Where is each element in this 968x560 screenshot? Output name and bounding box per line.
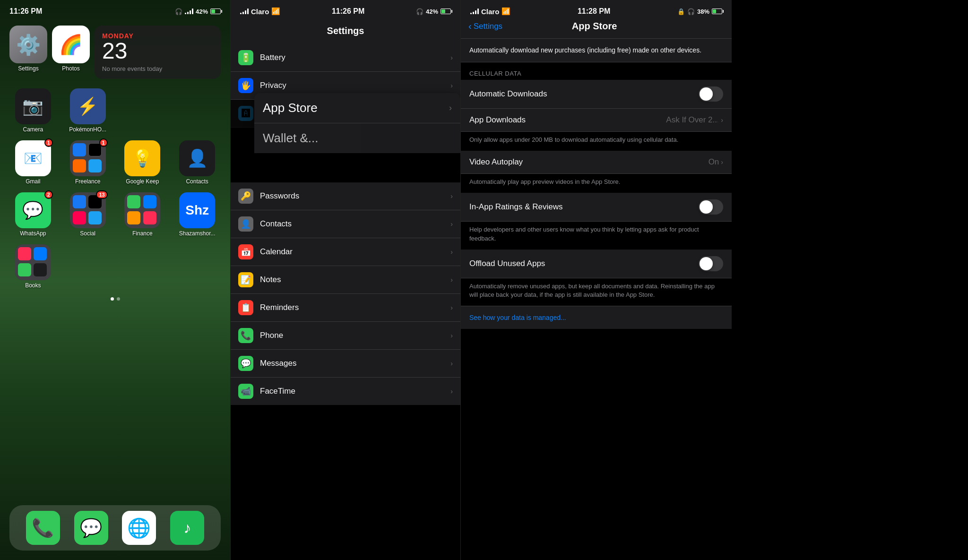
- facetime-label: FaceTime: [260, 387, 450, 396]
- passwords-row[interactable]: 🔑 Passwords ›: [231, 182, 460, 210]
- camera-app[interactable]: 📷 Camera: [9, 88, 57, 133]
- offload-unused-row[interactable]: Offload Unused Apps: [461, 250, 732, 278]
- home-screen: 11:26 PM 🎧 42% ⚙️ Settings: [0, 0, 230, 560]
- gmail-label: Gmail: [26, 178, 40, 185]
- contacts-settings-row[interactable]: 👤 Contacts ›: [231, 210, 460, 238]
- app-grid: 📷 Camera ⚡ PokémonHO... 📧 1 Gmail: [0, 84, 230, 293]
- contacts-settings-icon: 👤: [238, 216, 253, 232]
- gkeep-label: Google Keep: [126, 178, 159, 185]
- social-badge: 13: [96, 190, 107, 199]
- gkeep-icon: 💡: [124, 140, 160, 176]
- messages-settings-icon: 💬: [238, 356, 253, 371]
- battery-percent-2: 42%: [426, 8, 438, 15]
- facetime-row[interactable]: 📹 FaceTime ›: [231, 378, 460, 405]
- settings-icon: ⚙️: [9, 26, 47, 63]
- battery-icon-2: [441, 9, 451, 14]
- phone-dock-icon[interactable]: 📞: [26, 511, 60, 545]
- gkeep-app[interactable]: 💡 Google Keep: [119, 140, 166, 185]
- status-right: 🎧 42%: [175, 8, 221, 15]
- passwords-icon: 🔑: [238, 189, 253, 204]
- photos-icon: 🌈: [52, 26, 90, 63]
- see-how-section: See how your data is managed...: [461, 306, 732, 329]
- contacts-app[interactable]: 👤 Contacts: [173, 140, 221, 185]
- signal-bars: [240, 9, 249, 14]
- reminders-row[interactable]: 📋 Reminders ›: [231, 294, 460, 322]
- contacts-settings-label: Contacts: [260, 219, 450, 229]
- freelance-badge: 1: [99, 138, 108, 147]
- page-dots: [0, 293, 230, 304]
- settings-list: 🔋 Battery › 🖐 Privacy › 🅰 App Store › Ap…: [231, 44, 460, 405]
- calendar-settings-row[interactable]: 📅 Calendar ›: [231, 238, 460, 266]
- freelance-icon: 1: [70, 140, 106, 176]
- appstore-icon-bg: 🅰: [238, 106, 253, 121]
- messages-settings-label: Messages: [260, 359, 450, 368]
- battery-icon: [210, 9, 221, 14]
- s3-top-desc: Automatically download new purchases (in…: [461, 39, 732, 62]
- phone-settings-row[interactable]: 📞 Phone ›: [231, 322, 460, 350]
- books-app[interactable]: Books: [9, 244, 57, 289]
- video-autoplay-row[interactable]: Video Autoplay On ›: [461, 151, 732, 174]
- automatic-downloads-row[interactable]: Automatic Downloads: [461, 80, 732, 109]
- status-time-2: 11:26 PM: [332, 7, 364, 16]
- calendar-settings-label: Calendar: [260, 247, 450, 257]
- social-app[interactable]: 13 Social: [64, 192, 112, 237]
- calendar-settings-icon: 📅: [238, 244, 253, 259]
- chrome-dock-icon[interactable]: 🌐: [122, 511, 156, 545]
- signal-icon: [185, 9, 193, 14]
- offload-unused-label: Offload Unused Apps: [469, 259, 699, 268]
- notes-icon: 📝: [238, 272, 253, 287]
- video-autoplay-desc: Automatically play app preview videos in…: [461, 174, 732, 193]
- offload-unused-toggle[interactable]: [699, 256, 723, 271]
- appstore-popup-label: App Store: [263, 101, 449, 115]
- empty-cell-1: [173, 88, 221, 133]
- messages-dock-icon[interactable]: 💬: [74, 511, 108, 545]
- calendar-settings-chevron: ›: [450, 248, 453, 256]
- status-time: 11:26 PM: [9, 7, 42, 16]
- phone-settings-chevron: ›: [450, 332, 453, 339]
- settings-screen: Claro 📶 11:26 PM 🎧 42% Settings 🔋 Batter…: [230, 0, 460, 560]
- home-top-row: ⚙️ Settings 🌈 Photos MONDAY 23 No more e…: [0, 21, 230, 84]
- status-right-s3: 🔒 🎧 38%: [677, 8, 722, 15]
- settings-app[interactable]: ⚙️ Settings: [9, 26, 47, 79]
- social-icon: 13: [70, 192, 106, 228]
- toggle-thumb-1: [700, 87, 713, 101]
- freelance-app[interactable]: 1 Freelance: [64, 140, 112, 185]
- back-button[interactable]: ‹ Settings: [468, 21, 502, 32]
- video-autoplay-value: On: [709, 157, 719, 167]
- in-app-ratings-row[interactable]: In-App Ratings & Reviews: [461, 193, 732, 222]
- camera-icon: 📷: [15, 88, 51, 124]
- pokemon-icon: ⚡: [70, 88, 106, 124]
- calendar-widget[interactable]: MONDAY 23 No more events today: [95, 26, 221, 79]
- see-how-link[interactable]: See how your data is managed...: [461, 306, 732, 329]
- battery-row-label: Battery: [260, 53, 450, 62]
- privacy-row-label: Privacy: [260, 81, 450, 90]
- automatic-downloads-toggle[interactable]: [699, 86, 723, 102]
- wallet-partial-label: Wallet &...: [263, 131, 452, 146]
- spotify-dock-icon[interactable]: ♪: [170, 511, 204, 545]
- pokemon-app[interactable]: ⚡ PokémonHO...: [64, 88, 112, 133]
- whatsapp-icon: 💬 2: [15, 192, 51, 228]
- privacy-row-icon: 🖐: [238, 78, 253, 93]
- battery-row[interactable]: 🔋 Battery ›: [231, 44, 460, 72]
- in-app-ratings-desc: Help developers and other users know wha…: [461, 222, 732, 249]
- toggle-thumb-2: [700, 200, 713, 214]
- whatsapp-app[interactable]: 💬 2 WhatsApp: [9, 192, 57, 237]
- finance-app[interactable]: Finance: [119, 192, 166, 237]
- status-bar-home: 11:26 PM 🎧 42%: [0, 0, 230, 21]
- appstore-popup: App Store › Wallet &...: [254, 93, 460, 153]
- notes-row[interactable]: 📝 Notes ›: [231, 266, 460, 294]
- finance-icon: [124, 192, 160, 228]
- automatic-downloads-label: Automatic Downloads: [469, 89, 699, 99]
- lock-icon-s3: 🔒: [677, 8, 685, 15]
- wifi-icon-s3: 📶: [501, 7, 510, 16]
- in-app-ratings-toggle[interactable]: [699, 199, 723, 215]
- gmail-app[interactable]: 📧 1 Gmail: [9, 140, 57, 185]
- status-time-s3: 11:28 PM: [578, 7, 610, 16]
- phone-settings-label: Phone: [260, 331, 450, 340]
- status-right-2: 🎧 42%: [416, 8, 451, 15]
- messages-settings-row[interactable]: 💬 Messages ›: [231, 350, 460, 378]
- shazam-app[interactable]: Shz Shazamshor...: [173, 192, 221, 237]
- app-downloads-row[interactable]: App Downloads Ask If Over 2... ›: [461, 109, 732, 132]
- photos-app[interactable]: 🌈 Photos: [52, 26, 90, 79]
- reminders-chevron: ›: [450, 304, 453, 311]
